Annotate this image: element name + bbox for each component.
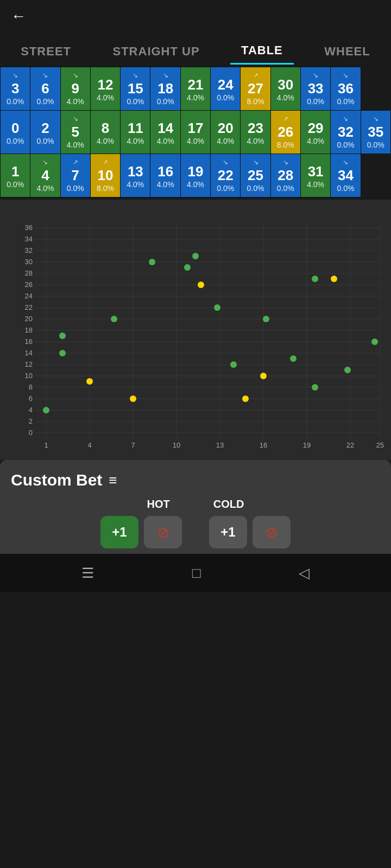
grid-cell[interactable]: 20 4.0%: [211, 111, 241, 154]
tab-wheel[interactable]: WHEEL: [313, 39, 381, 64]
cell-number: 24: [211, 76, 240, 93]
cell-pct: 0.0%: [211, 184, 240, 193]
grid-cell[interactable]: ↘ 22 0.0%: [211, 154, 241, 197]
cell-trend: ↘: [271, 158, 300, 166]
grid-cell[interactable]: 13 4.0%: [121, 154, 150, 197]
tab-table[interactable]: TABLE: [230, 38, 294, 65]
svg-text:22: 22: [25, 303, 33, 311]
grid-cell[interactable]: 12 4.0%: [90, 67, 120, 111]
tab-street[interactable]: STREET: [10, 39, 82, 64]
chart-wrapper: 0 2 4 6 8 10 12 14 16 18 20 22 24 26 28 …: [5, 205, 386, 455]
grid-cell[interactable]: ↘ 3 0.0%: [1, 67, 30, 111]
svg-text:16: 16: [25, 337, 33, 346]
cell-number: 14: [150, 120, 180, 137]
grid-cell[interactable]: 8 4.0%: [90, 111, 120, 154]
grid-cell[interactable]: ↘ 18 0.0%: [150, 67, 180, 111]
svg-point-62: [184, 264, 191, 271]
grid-cell[interactable]: ↘ 32 0.0%: [331, 111, 361, 154]
svg-point-70: [344, 367, 351, 373]
cell-pct: 8.0%: [241, 97, 270, 106]
cell-trend: ↘: [30, 72, 60, 79]
cell-number: 4: [30, 167, 60, 184]
grid-cell[interactable]: 21 4.0%: [180, 67, 210, 111]
hot-add-button[interactable]: +1: [100, 516, 138, 548]
grid-cell[interactable]: ↘ 15 0.0%: [121, 67, 150, 111]
cold-no-button[interactable]: ⊘: [253, 516, 291, 548]
cell-pct: 0.0%: [241, 184, 270, 193]
cell-trend: ↘: [61, 115, 90, 123]
cell-number: 12: [91, 76, 120, 93]
grid-cell[interactable]: ↗ 10 8.0%: [90, 154, 120, 197]
grid-cell[interactable]: 19 4.0%: [180, 154, 210, 197]
cell-trend: ↘: [121, 72, 150, 79]
svg-text:4: 4: [29, 406, 33, 414]
grid-cell[interactable]: 0 0.0%: [1, 111, 30, 154]
grid-cell[interactable]: ↗ 26 8.0%: [270, 111, 300, 154]
cell-number: 28: [271, 167, 300, 184]
cell-number: 19: [181, 163, 210, 180]
cell-trend: ↗: [61, 158, 90, 166]
grid-cell[interactable]: ↗ 7 0.0%: [60, 154, 90, 197]
svg-point-60: [111, 316, 117, 322]
hamburger-icon[interactable]: ≡: [109, 472, 117, 489]
tab-straight-up[interactable]: STRAIGHT UP: [102, 39, 211, 64]
svg-text:8: 8: [29, 383, 33, 391]
grid-cell[interactable]: ↘ 9 4.0%: [60, 67, 90, 111]
svg-text:16: 16: [260, 441, 267, 449]
svg-point-68: [312, 276, 318, 282]
grid-cell[interactable]: ↘ 36 0.0%: [331, 67, 361, 111]
grid-cell[interactable]: ↘ 6 0.0%: [30, 67, 60, 111]
grid-cell[interactable]: 14 4.0%: [150, 111, 180, 154]
svg-point-64: [214, 304, 220, 311]
back-button[interactable]: ←: [11, 8, 26, 25]
svg-text:4: 4: [87, 441, 91, 449]
grid-cell[interactable]: 17 4.0%: [180, 111, 210, 154]
cell-trend: ↘: [30, 158, 60, 166]
svg-point-58: [59, 350, 66, 356]
svg-text:28: 28: [25, 269, 33, 277]
grid-cell[interactable]: ↘ 35 0.0%: [361, 111, 390, 154]
grid-cell[interactable]: ↘ 5 4.0%: [60, 111, 90, 154]
grid-cell[interactable]: 2 0.0%: [30, 111, 60, 154]
grid-cell[interactable]: ↘ 25 0.0%: [241, 154, 270, 197]
svg-point-77: [331, 276, 337, 282]
svg-point-67: [290, 355, 297, 362]
sys-back-icon[interactable]: ◁: [299, 565, 310, 582]
grid-cell[interactable]: ↘ 4 4.0%: [30, 154, 60, 197]
sys-menu-icon[interactable]: ☰: [81, 565, 94, 582]
svg-point-74: [198, 282, 204, 288]
sys-home-icon[interactable]: □: [192, 565, 201, 582]
cell-pct: 0.0%: [331, 97, 360, 106]
nav-tabs: STREET STRAIGHT UP TABLE WHEEL: [0, 33, 391, 65]
svg-point-66: [263, 316, 269, 322]
hot-no-button[interactable]: ⊘: [144, 516, 182, 548]
cell-number: 21: [181, 76, 210, 93]
grid-cell[interactable]: ↗ 27 8.0%: [241, 67, 270, 111]
cell-number: 23: [241, 120, 270, 137]
cold-add-button[interactable]: +1: [209, 516, 247, 548]
grid-cell[interactable]: 23 4.0%: [241, 111, 270, 154]
grid-cell[interactable]: 1 0.0%: [1, 154, 30, 197]
cell-pct: 4.0%: [181, 93, 210, 102]
cell-trend: ↗: [91, 158, 120, 166]
grid-cell[interactable]: 29 4.0%: [300, 111, 330, 154]
svg-text:34: 34: [25, 235, 33, 243]
grid-cell[interactable]: ↘ 34 0.0%: [331, 154, 361, 197]
grid-cell[interactable]: 30 4.0%: [270, 67, 300, 111]
grid-cell[interactable]: 11 4.0%: [121, 111, 150, 154]
cell-pct: 4.0%: [30, 184, 60, 193]
svg-text:14: 14: [25, 349, 33, 357]
svg-point-63: [192, 253, 199, 259]
chart-svg: 0 2 4 6 8 10 12 14 16 18 20 22 24 26 28 …: [5, 205, 386, 455]
cell-trend: ↘: [361, 115, 390, 123]
cell-pct: 4.0%: [91, 137, 120, 145]
cell-pct: 0.0%: [30, 97, 60, 106]
grid-cell[interactable]: 31 4.0%: [300, 154, 330, 197]
cell-number: 29: [301, 120, 330, 137]
grid-cell[interactable]: 24 0.0%: [211, 67, 241, 111]
grid-cell[interactable]: ↘ 33 0.0%: [300, 67, 330, 111]
grid-cell[interactable]: 16 4.0%: [150, 154, 180, 197]
grid-cell[interactable]: ↘ 28 0.0%: [270, 154, 300, 197]
cell-number: 2: [30, 120, 60, 137]
svg-text:22: 22: [346, 441, 354, 449]
